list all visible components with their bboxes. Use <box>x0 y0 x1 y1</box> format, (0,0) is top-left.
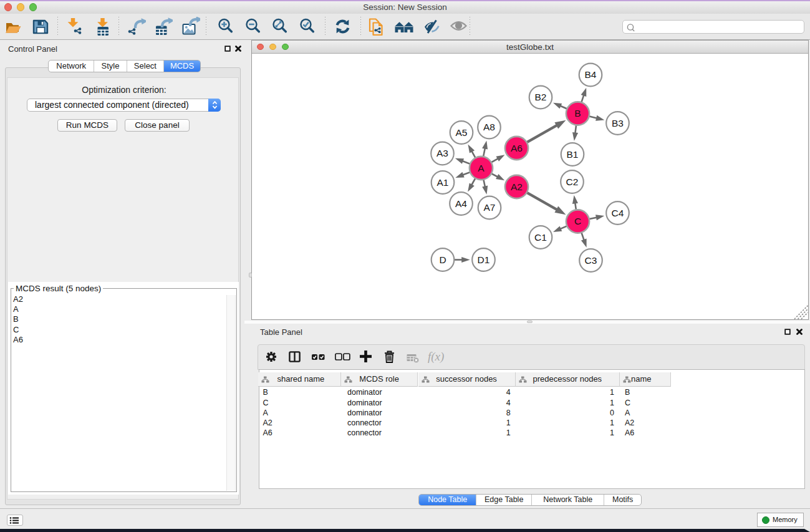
svg-text:C4: C4 <box>612 208 624 218</box>
svg-text:B4: B4 <box>585 69 597 80</box>
svg-text:C: C <box>574 216 581 226</box>
svg-text:B1: B1 <box>567 149 579 160</box>
svg-text:A7: A7 <box>484 202 496 213</box>
svg-text:D1: D1 <box>478 254 490 265</box>
svg-text:A2: A2 <box>511 181 523 192</box>
svg-text:A5: A5 <box>456 127 468 138</box>
svg-text:A6: A6 <box>511 143 523 153</box>
svg-text:A8: A8 <box>483 122 495 132</box>
svg-text:C3: C3 <box>585 255 597 266</box>
svg-text:C2: C2 <box>566 177 579 187</box>
svg-text:A1: A1 <box>437 177 449 188</box>
svg-text:B2: B2 <box>535 92 547 102</box>
svg-text:B: B <box>574 108 581 118</box>
svg-text:C1: C1 <box>534 232 547 243</box>
svg-text:A4: A4 <box>455 198 467 209</box>
svg-text:A3: A3 <box>436 148 448 158</box>
svg-text:A: A <box>478 163 485 173</box>
svg-text:B3: B3 <box>612 118 624 128</box>
svg-text:D: D <box>439 254 446 265</box>
